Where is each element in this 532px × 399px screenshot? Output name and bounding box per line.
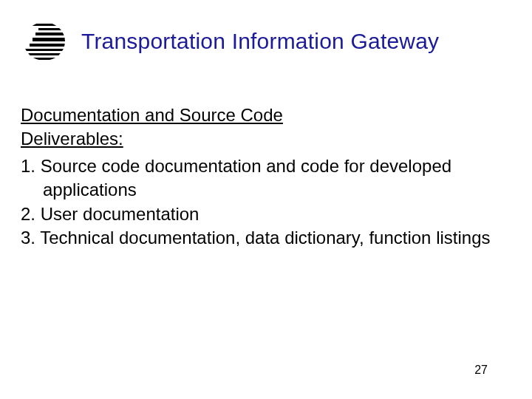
svg-rect-6 bbox=[30, 44, 68, 47]
svg-rect-8 bbox=[21, 53, 68, 55]
svg-rect-5 bbox=[33, 38, 68, 41]
svg-rect-9 bbox=[21, 58, 68, 60]
list-item-text: Source code documentation and code for d… bbox=[41, 156, 451, 200]
list-item-text: User documentation bbox=[41, 204, 200, 224]
slide: Transportation Information Gateway Docum… bbox=[0, 0, 532, 399]
list-item: 1. Source code documentation and code fo… bbox=[21, 154, 511, 202]
list-item-text: Technical documentation, data dictionary… bbox=[40, 228, 490, 248]
section-heading-line2: Deliverables: bbox=[21, 127, 511, 151]
list-item-number: 1. bbox=[21, 156, 35, 176]
slide-header: Transportation Information Gateway bbox=[21, 21, 511, 62]
svg-rect-2 bbox=[21, 24, 68, 26]
section-heading-line1: Documentation and Source Code bbox=[21, 103, 511, 127]
globe-stripes-icon bbox=[21, 21, 68, 62]
list-item-number: 3. bbox=[21, 228, 35, 248]
deliverables-list: 1. Source code documentation and code fo… bbox=[21, 154, 511, 250]
svg-rect-4 bbox=[35, 33, 68, 35]
list-item: 2. User documentation bbox=[21, 202, 511, 226]
list-item: 3. Technical documentation, data diction… bbox=[21, 226, 511, 250]
slide-body: Documentation and Source Code Deliverabl… bbox=[21, 103, 511, 250]
list-item-number: 2. bbox=[21, 204, 35, 224]
slide-title: Transportation Information Gateway bbox=[81, 29, 439, 54]
svg-rect-3 bbox=[38, 28, 68, 30]
svg-rect-7 bbox=[21, 49, 68, 51]
page-number: 27 bbox=[474, 364, 488, 377]
